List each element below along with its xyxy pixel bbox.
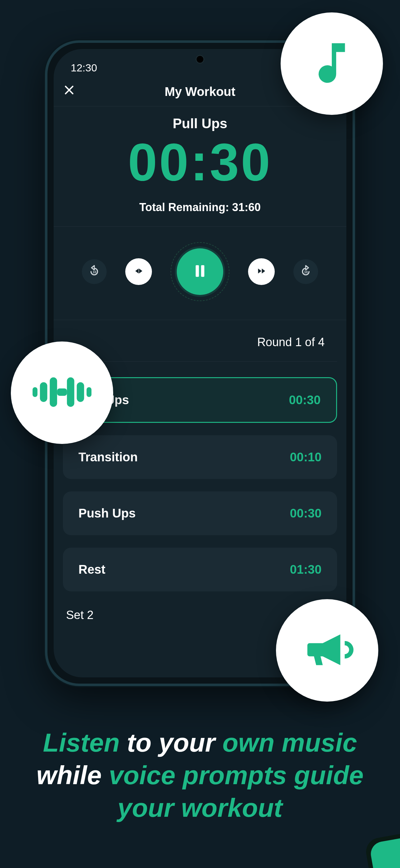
timer-block: Pull Ups 00:30 Total Remaining: 31:60 [54,106,346,227]
total-remaining-label: Total Remaining: 31:60 [66,201,334,214]
close-icon [63,84,75,99]
svg-text:10: 10 [304,270,308,274]
svg-rect-8 [196,265,199,277]
pause-button-ring [171,242,229,301]
exercise-time: 01:30 [290,562,322,577]
copy-word: while [37,761,109,790]
rewind-10-icon: 10 [88,265,101,279]
timer-value: 00:30 [66,134,334,190]
music-badge [280,12,383,115]
forward-10-icon: 10 [299,265,312,279]
round-label: Round 1 of 4 [63,320,337,362]
copy-word: Listen [43,728,120,757]
previous-icon [134,266,143,277]
rewind-10-button[interactable]: 10 [82,259,107,284]
marketing-copy: Listen to your own music while voice pro… [0,726,400,824]
playback-controls: 10 10 [54,227,346,320]
exercise-time: 00:30 [290,506,322,520]
music-note-icon [305,37,358,91]
svg-rect-0 [33,387,37,397]
svg-rect-4 [67,377,74,407]
previous-button[interactable] [125,258,152,285]
megaphone-badge [276,599,378,702]
svg-rect-5 [77,382,84,402]
exercise-time: 00:30 [289,393,321,407]
svg-rect-6 [87,387,92,397]
dumbbell-badge [11,341,113,444]
close-button[interactable] [61,83,78,100]
exercise-card[interactable]: Rest01:30 [63,548,337,591]
svg-rect-9 [201,265,205,277]
next-button[interactable] [248,258,275,285]
exercise-time: 00:10 [290,450,322,464]
next-icon [257,266,266,277]
forward-10-button[interactable]: 10 [293,259,318,284]
status-time: 12:30 [71,62,97,74]
megaphone-icon [301,623,354,677]
corner-accent [369,837,400,868]
page-title: My Workout [165,85,235,99]
svg-rect-3 [57,389,67,396]
svg-rect-1 [40,382,47,402]
set-label: Set 2 [66,609,94,622]
dumbbell-icon [33,375,92,410]
copy-word: to your [120,728,222,757]
exercise-name: Push Ups [78,506,135,520]
copy-word: own music [222,728,357,757]
pause-button[interactable] [177,248,223,295]
current-exercise-label: Pull Ups [66,116,334,131]
exercise-name: Rest [78,562,105,577]
exercise-name: Transition [78,450,138,464]
exercise-card[interactable]: Push Ups00:30 [63,491,337,535]
svg-text:10: 10 [93,270,96,274]
exercise-card[interactable]: Transition00:10 [63,435,337,479]
svg-rect-2 [49,377,57,407]
pause-icon [191,262,209,281]
copy-word: voice prompts guide your workout [109,761,363,823]
